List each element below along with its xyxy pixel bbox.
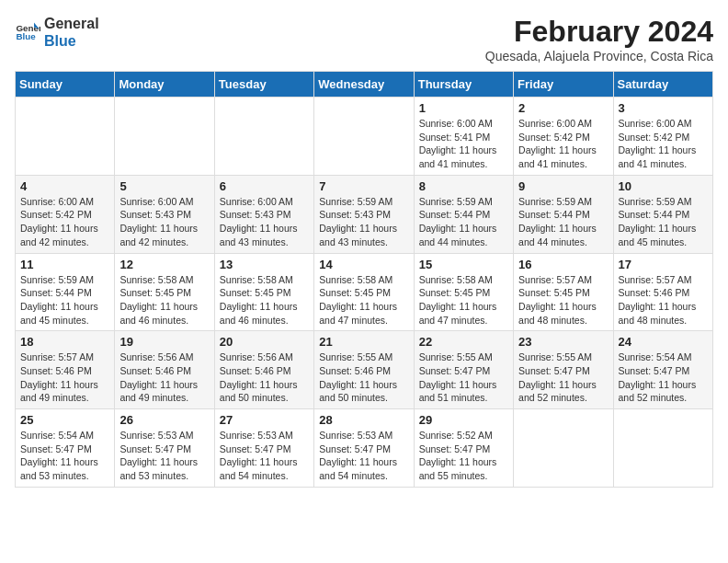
cell-info: Sunrise: 5:59 AMSunset: 5:44 PMDaylight:…: [419, 195, 508, 249]
day-number: 12: [119, 258, 209, 271]
cell-week4-day3: 20Sunrise: 5:56 AMSunset: 5:46 PMDayligh…: [214, 331, 313, 409]
week-row-2: 4Sunrise: 6:00 AMSunset: 5:42 PMDaylight…: [16, 175, 713, 253]
cell-info: Sunrise: 6:00 AMSunset: 5:43 PMDaylight:…: [119, 195, 209, 249]
week-row-1: 1Sunrise: 6:00 AMSunset: 5:41 PMDaylight…: [16, 98, 713, 176]
cell-info: Sunrise: 5:59 AMSunset: 5:44 PMDaylight:…: [20, 273, 109, 327]
day-number: 29: [419, 413, 508, 427]
cell-info: Sunrise: 5:59 AMSunset: 5:43 PMDaylight:…: [319, 195, 408, 249]
week-row-5: 25Sunrise: 5:54 AMSunset: 5:47 PMDayligh…: [16, 409, 713, 488]
cell-info: Sunrise: 5:53 AMSunset: 5:47 PMDaylight:…: [319, 429, 408, 483]
cell-week4-day7: 24Sunrise: 5:54 AMSunset: 5:47 PMDayligh…: [613, 331, 712, 409]
cell-week1-day6: 2Sunrise: 6:00 AMSunset: 5:42 PMDaylight…: [514, 98, 613, 176]
cell-week3-day6: 16Sunrise: 5:57 AMSunset: 5:45 PMDayligh…: [514, 253, 613, 331]
day-number: 27: [220, 413, 309, 427]
day-number: 16: [518, 258, 608, 271]
day-number: 15: [419, 258, 508, 271]
cell-week1-day7: 3Sunrise: 6:00 AMSunset: 5:42 PMDaylight…: [613, 98, 712, 176]
cell-week2-day4: 7Sunrise: 5:59 AMSunset: 5:43 PMDaylight…: [314, 175, 414, 253]
cell-week2-day1: 4Sunrise: 6:00 AMSunset: 5:42 PMDaylight…: [16, 175, 115, 253]
cell-week4-day1: 18Sunrise: 5:57 AMSunset: 5:46 PMDayligh…: [16, 331, 115, 409]
cell-week4-day5: 22Sunrise: 5:55 AMSunset: 5:47 PMDayligh…: [414, 331, 513, 409]
day-number: 3: [619, 101, 708, 115]
day-number: 25: [20, 413, 109, 427]
cell-info: Sunrise: 5:58 AMSunset: 5:45 PMDaylight:…: [119, 273, 209, 327]
day-number: 11: [20, 258, 109, 271]
day-number: 21: [319, 335, 408, 349]
header-thursday: Thursday: [414, 72, 513, 98]
cell-info: Sunrise: 5:59 AMSunset: 5:44 PMDaylight:…: [518, 195, 608, 249]
day-number: 14: [319, 258, 408, 271]
cell-week2-day6: 9Sunrise: 5:59 AMSunset: 5:44 PMDaylight…: [514, 175, 613, 253]
day-number: 22: [419, 335, 508, 349]
cell-week1-day2: [115, 98, 214, 176]
week-row-4: 18Sunrise: 5:57 AMSunset: 5:46 PMDayligh…: [16, 331, 713, 409]
header-monday: Monday: [115, 72, 214, 98]
cell-week3-day5: 15Sunrise: 5:58 AMSunset: 5:45 PMDayligh…: [414, 253, 513, 331]
logo: General Blue General Blue: [15, 15, 99, 50]
day-number: 26: [119, 413, 209, 427]
cell-info: Sunrise: 5:58 AMSunset: 5:45 PMDaylight:…: [220, 273, 309, 327]
day-number: 1: [419, 101, 508, 115]
cell-week3-day1: 11Sunrise: 5:59 AMSunset: 5:44 PMDayligh…: [16, 253, 115, 331]
cell-info: Sunrise: 6:00 AMSunset: 5:43 PMDaylight:…: [220, 195, 309, 249]
cell-info: Sunrise: 5:54 AMSunset: 5:47 PMDaylight:…: [20, 429, 109, 483]
cell-info: Sunrise: 5:53 AMSunset: 5:47 PMDaylight:…: [119, 429, 209, 483]
cell-week5-day5: 29Sunrise: 5:52 AMSunset: 5:47 PMDayligh…: [414, 409, 513, 488]
cell-info: Sunrise: 5:55 AMSunset: 5:47 PMDaylight:…: [419, 350, 508, 405]
calendar-title: February 2024: [485, 15, 713, 49]
cell-info: Sunrise: 6:00 AMSunset: 5:42 PMDaylight:…: [20, 195, 109, 249]
cell-week1-day1: [16, 98, 115, 176]
cell-info: Sunrise: 5:58 AMSunset: 5:45 PMDaylight:…: [419, 273, 508, 327]
cell-week3-day4: 14Sunrise: 5:58 AMSunset: 5:45 PMDayligh…: [314, 253, 414, 331]
day-number: 19: [119, 335, 209, 349]
day-number: 23: [518, 335, 608, 349]
cell-week4-day6: 23Sunrise: 5:55 AMSunset: 5:47 PMDayligh…: [514, 331, 613, 409]
cell-week5-day1: 25Sunrise: 5:54 AMSunset: 5:47 PMDayligh…: [16, 409, 115, 488]
header-sunday: Sunday: [16, 72, 115, 98]
cell-week2-day3: 6Sunrise: 6:00 AMSunset: 5:43 PMDaylight…: [214, 175, 313, 253]
cell-week5-day3: 27Sunrise: 5:53 AMSunset: 5:47 PMDayligh…: [214, 409, 313, 488]
cell-info: Sunrise: 5:58 AMSunset: 5:45 PMDaylight:…: [319, 273, 408, 327]
logo-blue: Blue: [44, 32, 99, 50]
cell-week5-day6: [514, 409, 613, 488]
day-number: 9: [518, 179, 608, 193]
logo-general: General: [44, 15, 99, 32]
calendar-table: SundayMondayTuesdayWednesdayThursdayFrid…: [15, 71, 713, 488]
cell-week2-day2: 5Sunrise: 6:00 AMSunset: 5:43 PMDaylight…: [115, 175, 214, 253]
day-number: 17: [619, 258, 708, 271]
cell-week5-day7: [613, 409, 712, 488]
header: General Blue General Blue February 2024 …: [15, 15, 713, 63]
week-row-3: 11Sunrise: 5:59 AMSunset: 5:44 PMDayligh…: [16, 253, 713, 331]
cell-week5-day4: 28Sunrise: 5:53 AMSunset: 5:47 PMDayligh…: [314, 409, 414, 488]
cell-week3-day7: 17Sunrise: 5:57 AMSunset: 5:46 PMDayligh…: [613, 253, 712, 331]
cell-info: Sunrise: 5:57 AMSunset: 5:46 PMDaylight:…: [619, 273, 708, 327]
cell-week3-day3: 13Sunrise: 5:58 AMSunset: 5:45 PMDayligh…: [214, 253, 313, 331]
day-number: 13: [220, 258, 309, 271]
title-area: February 2024 Quesada, Alajuela Province…: [485, 15, 713, 63]
cell-info: Sunrise: 5:54 AMSunset: 5:47 PMDaylight:…: [619, 350, 708, 405]
day-number: 4: [20, 179, 109, 193]
cell-info: Sunrise: 5:57 AMSunset: 5:45 PMDaylight:…: [518, 273, 608, 327]
cell-week2-day7: 10Sunrise: 5:59 AMSunset: 5:44 PMDayligh…: [613, 175, 712, 253]
cell-info: Sunrise: 5:55 AMSunset: 5:46 PMDaylight:…: [319, 350, 408, 405]
cell-week1-day5: 1Sunrise: 6:00 AMSunset: 5:41 PMDaylight…: [414, 98, 513, 176]
header-saturday: Saturday: [613, 72, 712, 98]
logo-icon: General Blue: [15, 19, 40, 45]
day-number: 6: [220, 179, 309, 193]
cell-info: Sunrise: 5:59 AMSunset: 5:44 PMDaylight:…: [619, 195, 708, 249]
day-number: 2: [518, 101, 608, 115]
cell-info: Sunrise: 6:00 AMSunset: 5:42 PMDaylight:…: [518, 117, 608, 171]
header-tuesday: Tuesday: [214, 72, 313, 98]
header-wednesday: Wednesday: [314, 72, 414, 98]
cell-week4-day2: 19Sunrise: 5:56 AMSunset: 5:46 PMDayligh…: [115, 331, 214, 409]
day-number: 7: [319, 179, 408, 193]
day-number: 8: [419, 179, 508, 193]
header-row: SundayMondayTuesdayWednesdayThursdayFrid…: [16, 72, 713, 98]
header-friday: Friday: [514, 72, 613, 98]
cell-info: Sunrise: 5:55 AMSunset: 5:47 PMDaylight:…: [518, 350, 608, 405]
day-number: 20: [220, 335, 309, 349]
day-number: 10: [619, 179, 708, 193]
svg-text:Blue: Blue: [16, 32, 36, 42]
cell-info: Sunrise: 5:57 AMSunset: 5:46 PMDaylight:…: [20, 350, 109, 405]
day-number: 5: [119, 179, 209, 193]
